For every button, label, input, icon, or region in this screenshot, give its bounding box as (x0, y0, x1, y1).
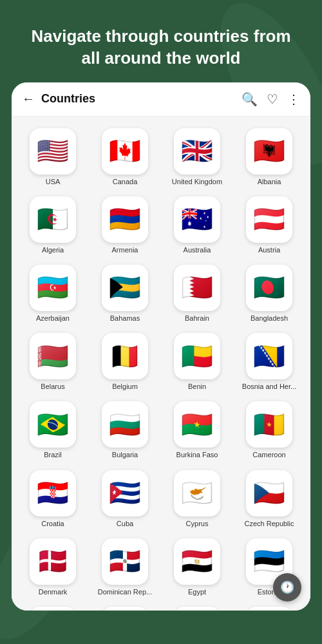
flag-icon: 🇧🇭 (174, 265, 220, 311)
country-item[interactable]: 🇭🇷Croatia (17, 465, 89, 533)
country-item[interactable]: 🇬🇲Gambia (161, 601, 233, 611)
flag-icon: 🇧🇩 (246, 265, 292, 311)
country-item[interactable]: 🇩🇿Algeria (17, 191, 89, 260)
country-name: USA (46, 178, 61, 186)
country-item[interactable]: 🇨🇿Czech Republic (233, 465, 305, 533)
flag-icon: 🇦🇹 (246, 196, 292, 243)
country-name: Denmark (39, 588, 68, 596)
country-item[interactable]: 🇺🇸USA (17, 123, 89, 191)
country-item[interactable]: 🇧🇾Belarus (17, 328, 89, 396)
country-item[interactable]: 🇧🇩Bangladesh (233, 260, 305, 328)
flag-icon: 🇧🇯 (174, 333, 220, 379)
country-item[interactable]: 🇧🇦Bosnia and Her... (233, 328, 305, 396)
country-name: United Kingdom (172, 178, 222, 186)
flag-icon: 🇨🇲 (246, 401, 292, 448)
flag-icon: 🇫🇮 (30, 607, 76, 611)
country-name: Brazil (44, 451, 62, 459)
country-name: Burkina Faso (176, 451, 218, 459)
country-item[interactable]: 🇩🇰Denmark (17, 533, 89, 601)
flag-icon: 🇦🇿 (30, 265, 76, 311)
country-item[interactable]: 🇫🇮Finland (17, 601, 89, 611)
country-name: Belarus (41, 383, 64, 391)
country-name: Bahamas (110, 314, 140, 323)
flag-icon: 🇬🇲 (174, 607, 220, 611)
country-name: Austria (258, 246, 280, 254)
country-item[interactable]: 🇨🇲Cameroon (233, 396, 305, 464)
country-item[interactable]: 🇧🇬Bulgaria (89, 396, 161, 464)
country-item[interactable]: 🇫🇷France (89, 601, 161, 611)
country-name: Armenia (112, 246, 138, 254)
search-icon[interactable]: 🔍 (242, 91, 258, 107)
flag-icon: 🇭🇷 (30, 470, 76, 516)
flag-icon: 🇧🇪 (102, 333, 148, 379)
flag-icon: 🇧🇫 (174, 401, 220, 448)
country-name: Canada (113, 178, 138, 186)
country-item[interactable]: 🇧🇪Belgium (89, 328, 161, 396)
more-icon[interactable]: ⋮ (287, 91, 300, 107)
back-button[interactable]: ← (22, 91, 35, 106)
country-name: Cameroon (252, 451, 285, 459)
flag-icon: 🇩🇿 (30, 196, 76, 243)
flag-icon: 🇩🇪 (246, 607, 292, 611)
flag-icon: 🇫🇷 (102, 607, 148, 611)
country-name: Cyprus (186, 520, 209, 528)
flag-icon: 🇨🇺 (102, 470, 148, 516)
country-name: Bangladesh (251, 314, 288, 323)
flag-icon: 🇨🇿 (246, 470, 292, 516)
country-item[interactable]: 🇦🇺Australia (161, 191, 233, 260)
flag-icon: 🇪🇬 (174, 538, 220, 585)
app-header: Navigate through countries from all arou… (0, 0, 322, 82)
country-item[interactable]: 🇩🇪Germany (233, 601, 305, 611)
flag-icon: 🇬🇧 (174, 128, 220, 175)
country-name: Algeria (42, 246, 64, 254)
flag-icon: 🇺🇸 (30, 128, 76, 175)
country-item[interactable]: 🇦🇱Albania (233, 123, 305, 191)
flag-icon: 🇨🇾 (174, 470, 220, 516)
header-icons: 🔍 ♡ ⋮ (242, 91, 300, 107)
country-name: Bosnia and Her... (242, 383, 296, 391)
country-name: Benin (188, 383, 206, 391)
country-name: Albania (258, 178, 281, 186)
countries-grid: 🇺🇸USA🇨🇦Canada🇬🇧United Kingdom🇦🇱Albania🇩🇿… (12, 117, 310, 611)
flag-icon: 🇧🇬 (102, 401, 148, 448)
country-name: Egypt (188, 588, 206, 596)
history-fab-button[interactable]: 🕐 (273, 573, 301, 601)
flag-icon: 🇩🇴 (102, 538, 148, 585)
flag-icon: 🇦🇱 (246, 128, 292, 175)
country-item[interactable]: 🇪🇬Egypt (161, 533, 233, 601)
country-item[interactable]: 🇨🇦Canada (89, 123, 161, 191)
country-name: Belgium (112, 383, 138, 391)
flag-icon: 🇨🇦 (102, 128, 148, 175)
flag-icon: 🇦🇺 (174, 196, 220, 243)
favorite-icon[interactable]: ♡ (267, 91, 278, 107)
country-item[interactable]: 🇧🇫Burkina Faso (161, 396, 233, 464)
flag-icon: 🇧🇷 (30, 401, 76, 448)
flag-icon: 🇧🇸 (102, 265, 148, 311)
country-item[interactable]: 🇨🇾Cyprus (161, 465, 233, 533)
header-title: Navigate through countries from all arou… (31, 26, 290, 68)
flag-icon: 🇩🇰 (30, 538, 76, 585)
card-title: Countries (41, 92, 242, 106)
flag-icon: 🇧🇦 (246, 333, 292, 379)
country-item[interactable]: 🇦🇿Azerbaijan (17, 260, 89, 328)
card-header: ← Countries 🔍 ♡ ⋮ (12, 82, 310, 117)
country-item[interactable]: 🇧🇷Brazil (17, 396, 89, 464)
country-name: Australia (184, 246, 211, 254)
flag-icon: 🇧🇾 (30, 333, 76, 379)
country-item[interactable]: 🇦🇲Armenia (89, 191, 161, 260)
phone-card: ← Countries 🔍 ♡ ⋮ 🇺🇸USA🇨🇦Canada🇬🇧United … (12, 82, 310, 611)
country-name: Bahrain (185, 314, 209, 323)
flag-icon: 🇦🇲 (102, 196, 148, 243)
country-item[interactable]: 🇩🇴Dominican Rep... (89, 533, 161, 601)
country-item[interactable]: 🇬🇧United Kingdom (161, 123, 233, 191)
country-name: Azerbaijan (36, 314, 70, 323)
country-name: Cuba (117, 520, 133, 528)
country-item[interactable]: 🇧🇭Bahrain (161, 260, 233, 328)
country-name: Croatia (41, 520, 64, 528)
country-item[interactable]: 🇧🇸Bahamas (89, 260, 161, 328)
country-name: Dominican Rep... (98, 588, 152, 596)
country-item[interactable]: 🇦🇹Austria (233, 191, 305, 260)
country-name: Bulgaria (112, 451, 138, 459)
country-item[interactable]: 🇧🇯Benin (161, 328, 233, 396)
country-item[interactable]: 🇨🇺Cuba (89, 465, 161, 533)
